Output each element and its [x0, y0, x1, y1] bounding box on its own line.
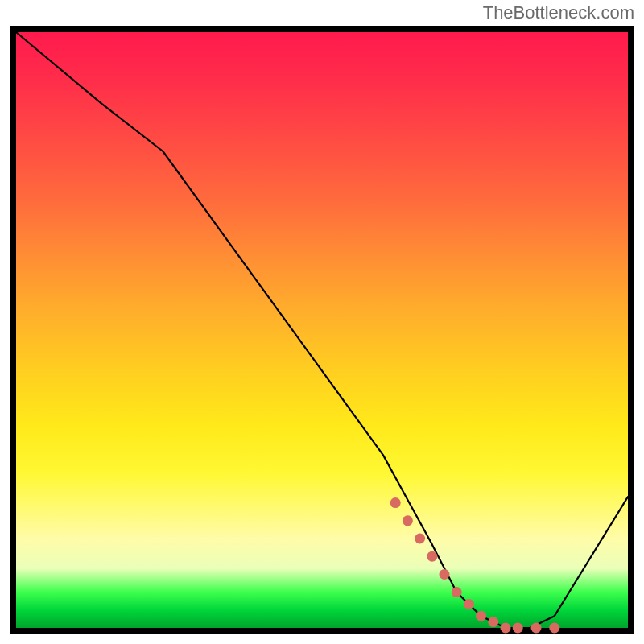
- marker-dot: [402, 515, 413, 526]
- figure-root: TheBottleneck.com: [0, 0, 644, 644]
- curve-line: [16, 32, 628, 628]
- marker-dot: [501, 623, 511, 634]
- marker-dot: [415, 534, 425, 544]
- marker-dot: [464, 599, 474, 609]
- marker-dot: [427, 551, 437, 562]
- marker-dot: [488, 617, 498, 627]
- marker-dot: [513, 623, 523, 634]
- marker-dot: [531, 623, 542, 634]
- plot-overlay: [16, 32, 628, 628]
- marker-dot: [390, 497, 401, 508]
- curve-markers: [390, 497, 560, 633]
- marker-dot: [476, 611, 486, 621]
- plot-frame: [10, 26, 634, 634]
- watermark-text: TheBottleneck.com: [483, 2, 634, 23]
- marker-dot: [452, 587, 462, 597]
- marker-dot: [440, 569, 450, 580]
- marker-dot: [549, 623, 559, 634]
